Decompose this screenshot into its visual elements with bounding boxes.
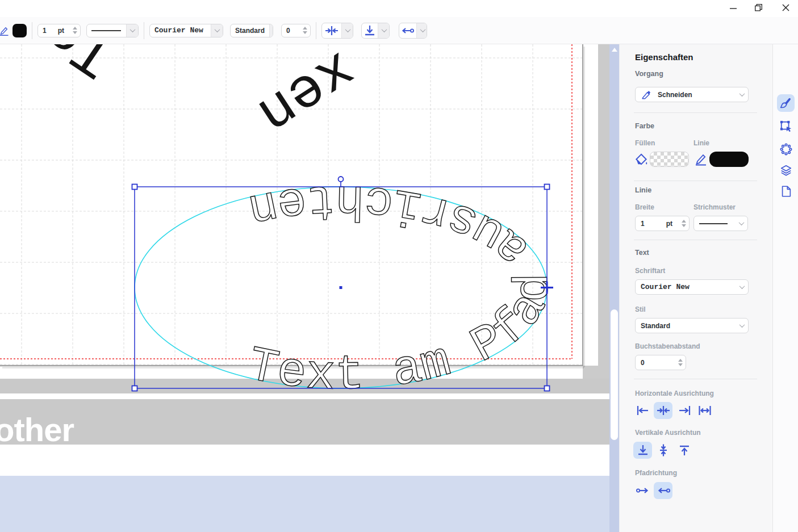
toolbar-separator (32, 22, 32, 39)
vertical-scrollbar[interactable] (609, 44, 619, 532)
letter-spacing-spin-buttons[interactable] (299, 24, 310, 37)
close-icon (782, 4, 789, 11)
align-bottom-button[interactable] (633, 442, 652, 459)
buchstabenabstand-value: 0 (641, 359, 645, 367)
breite-value: 1 (641, 220, 645, 228)
align-center-horizontal-icon (325, 26, 339, 36)
app-window: 1 pt Courier New Standard 0 (0, 0, 798, 532)
fill-color-swatch[interactable] (650, 152, 689, 167)
solid-line-icon (699, 223, 728, 224)
path-direction-left-button[interactable] (654, 482, 672, 499)
properties-panel: Eigenschaften Vorgang Schneiden Farbe Fü… (619, 44, 772, 532)
minimize-icon (730, 4, 737, 11)
vorgang-dropdown[interactable]: Schneiden (635, 87, 749, 102)
path-direction-dropdown[interactable] (399, 23, 427, 39)
font-family-dropdown[interactable]: Courier New (149, 24, 223, 37)
align-middle-vertical-button[interactable] (654, 442, 672, 459)
vorgang-section-label: Vorgang (635, 70, 663, 78)
path-direction-right-icon (636, 487, 650, 495)
rotate-handle[interactable] (339, 177, 344, 182)
restore-button[interactable] (750, 0, 767, 15)
paintbrush-icon (780, 97, 792, 110)
buchstabenabstand-spin-buttons[interactable] (674, 355, 686, 370)
close-button[interactable] (777, 0, 794, 15)
fill-bucket-icon[interactable] (634, 152, 649, 167)
stroke-width-spin-buttons[interactable] (69, 24, 80, 37)
breite-spin-buttons[interactable] (678, 216, 689, 231)
chevron-down-icon (211, 24, 223, 37)
align-top-icon (679, 445, 690, 456)
font-style-value: Standard (235, 27, 265, 35)
stroke-style-dropdown[interactable] (86, 24, 139, 37)
align-center-horizontal-button[interactable] (654, 402, 672, 419)
font-style-dropdown[interactable]: Standard (230, 24, 273, 37)
breite-unit: pt (666, 220, 672, 228)
valign-label: Vertikale Ausrichtun (635, 429, 701, 437)
line-pen-icon[interactable] (694, 152, 708, 166)
font-family-value: Courier New (154, 26, 203, 35)
toolbar-separator (144, 22, 144, 39)
line-color-swatch[interactable] (709, 152, 749, 167)
canvas-viewport[interactable]: other (0, 44, 609, 532)
effects-tab-button[interactable] (777, 140, 795, 158)
buchstabenabstand-label: Buchstabenabstand (635, 342, 700, 350)
format-toolbar: 1 pt Courier New Standard 0 (0, 17, 798, 44)
align-right-button[interactable] (675, 402, 693, 419)
scroll-up-icon[interactable] (612, 48, 617, 52)
layers-tab-button[interactable] (777, 161, 795, 179)
path-direction-right-button[interactable] (633, 482, 652, 499)
design-canvas[interactable]: other (0, 44, 609, 532)
schriftart-dropdown[interactable]: Courier New (635, 279, 749, 295)
halign-label: Horizontale Ausrichtung (635, 389, 714, 397)
vertical-align-dropdown[interactable] (361, 23, 390, 39)
properties-tab-button[interactable] (777, 94, 795, 112)
chevron-down-icon (341, 23, 353, 38)
stroke-width-stepper[interactable]: 1 pt (37, 24, 81, 37)
path-direction-left-icon (402, 27, 414, 35)
side-icon-bar (772, 44, 798, 532)
horizontal-align-dropdown[interactable] (321, 23, 353, 39)
stil-dropdown[interactable]: Standard (635, 318, 749, 333)
resize-handle-bottom-right[interactable] (545, 386, 550, 391)
toolbar-separator (316, 22, 316, 39)
linie-color-label: Linie (693, 139, 709, 147)
stroke-width-unit: pt (58, 27, 64, 35)
align-left-button[interactable] (633, 402, 652, 419)
brother-logo-text: other (0, 411, 74, 448)
align-left-icon (636, 405, 650, 416)
chevron-down-icon (736, 87, 748, 102)
breite-stepper[interactable]: 1 pt (635, 216, 690, 231)
resize-handle-top-right[interactable] (545, 185, 550, 190)
object-center-point (340, 286, 342, 289)
line-color-swatch[interactable] (12, 24, 27, 37)
align-center-horizontal-icon (657, 405, 670, 416)
fuellen-label: Füllen (635, 139, 655, 147)
align-bottom-icon (364, 25, 375, 36)
divider (634, 181, 757, 181)
divider (634, 379, 757, 379)
schriftart-label: Schriftart (635, 267, 665, 275)
align-bottom-icon (637, 445, 649, 456)
strichmuster-dropdown[interactable] (693, 216, 748, 231)
text-section-label: Text (635, 249, 649, 257)
document-icon (780, 185, 792, 198)
buchstabenabstand-stepper[interactable]: 0 (635, 355, 686, 370)
align-top-button[interactable] (675, 442, 693, 459)
resize-handle-top-left[interactable] (132, 185, 137, 190)
chevron-down-icon (416, 23, 427, 38)
letter-spacing-value: 0 (286, 27, 290, 35)
page-tab-button[interactable] (777, 182, 795, 200)
resize-handle-bottom-left[interactable] (132, 386, 137, 391)
stil-value: Standard (641, 322, 670, 330)
letter-spacing-stepper[interactable]: 0 (281, 24, 311, 37)
workspace-background (0, 476, 609, 532)
stil-label: Stil (635, 305, 646, 313)
scrollbar-thumb[interactable] (611, 309, 618, 440)
align-justify-icon (698, 405, 712, 416)
mat-white-strip (0, 393, 609, 399)
chevron-down-icon (736, 280, 748, 294)
align-justify-button[interactable] (695, 402, 714, 419)
align-middle-vertical-icon (658, 444, 669, 456)
minimize-button[interactable] (725, 0, 742, 15)
transform-tab-button[interactable] (777, 118, 795, 135)
